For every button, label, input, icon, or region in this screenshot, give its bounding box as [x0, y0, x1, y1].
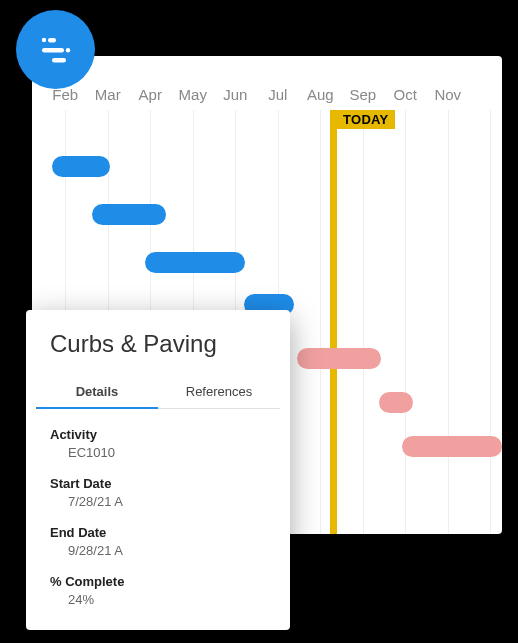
field-value: 9/28/21 A	[50, 540, 266, 558]
month-label: Jul	[257, 86, 300, 103]
months-header: FebMarAprMayJunJulAugSepOctNov	[32, 86, 502, 103]
field-value: 7/28/21 A	[50, 491, 266, 509]
field-label: End Date	[50, 525, 266, 540]
month-label: Sep	[342, 86, 385, 103]
svg-rect-4	[52, 58, 66, 62]
detail-field: ActivityEC1010	[50, 427, 266, 460]
app-logo-badge	[16, 10, 95, 89]
svg-point-3	[65, 48, 69, 52]
detail-field: % Complete24%	[50, 574, 266, 607]
month-label: Mar	[87, 86, 130, 103]
month-label: May	[172, 86, 215, 103]
detail-field: Start Date7/28/21 A	[50, 476, 266, 509]
panel-fields: ActivityEC1010Start Date7/28/21 AEnd Dat…	[26, 409, 290, 641]
panel-title: Curbs & Paving	[26, 330, 290, 376]
today-marker	[330, 110, 337, 534]
tab-details[interactable]: Details	[36, 376, 158, 409]
today-label: TODAY	[337, 110, 395, 129]
month-label: Jun	[214, 86, 257, 103]
field-label: % Complete	[50, 574, 266, 589]
detail-field: End Date9/28/21 A	[50, 525, 266, 558]
field-value: 24%	[50, 589, 266, 607]
gantt-bar[interactable]	[402, 436, 502, 457]
tab-references[interactable]: References	[158, 376, 280, 408]
month-label: Aug	[299, 86, 342, 103]
svg-rect-1	[48, 38, 56, 42]
gantt-bar[interactable]	[379, 392, 413, 413]
month-label: Oct	[384, 86, 427, 103]
details-panel: Curbs & Paving Details References Activi…	[26, 310, 290, 630]
field-label: Activity	[50, 427, 266, 442]
panel-tabs: Details References	[36, 376, 280, 409]
gantt-bar[interactable]	[52, 156, 110, 177]
gantt-bar[interactable]	[297, 348, 381, 369]
svg-rect-2	[42, 48, 64, 52]
month-label: Apr	[129, 86, 172, 103]
logo-icon	[34, 28, 78, 72]
field-label: Start Date	[50, 476, 266, 491]
month-label: Nov	[427, 86, 470, 103]
field-value: EC1010	[50, 442, 266, 460]
gantt-bar[interactable]	[92, 204, 166, 225]
svg-point-0	[41, 37, 45, 41]
gantt-bar[interactable]	[145, 252, 245, 273]
